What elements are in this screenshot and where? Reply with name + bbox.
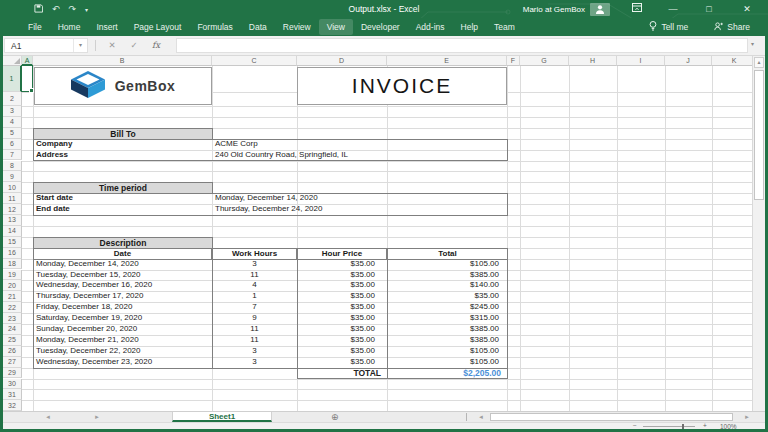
bill-to-label-1[interactable]: Company xyxy=(36,139,209,150)
work-row-date[interactable]: Wednesday, December 23, 2020 xyxy=(36,357,209,368)
hscroll-right-icon[interactable]: ► xyxy=(744,414,750,420)
grand-total-label[interactable]: TOTAL xyxy=(297,368,381,379)
zoom-out-icon[interactable]: − xyxy=(633,422,637,429)
row-header-15[interactable]: 15 xyxy=(3,237,22,248)
time-period-label-2[interactable]: End date xyxy=(36,204,209,215)
ribbon-tab-home[interactable]: Home xyxy=(50,19,89,35)
previous-sheet-icon[interactable]: ◄ xyxy=(45,414,51,420)
bill-to-value-2[interactable]: 240 Old Country Road, Springfield, IL xyxy=(215,150,745,161)
work-row-price[interactable]: $35.00 xyxy=(297,259,375,270)
column-header-i[interactable]: I xyxy=(617,56,665,66)
work-row-hours[interactable]: 4 xyxy=(212,280,297,291)
work-row-hours[interactable]: 3 xyxy=(212,259,297,270)
work-row-hours[interactable]: 3 xyxy=(212,346,297,357)
row-header-1[interactable]: 1 xyxy=(3,66,22,92)
work-row-total[interactable]: $35.00 xyxy=(387,291,499,302)
work-row-total[interactable]: $105.00 xyxy=(387,259,499,270)
work-row-hours[interactable]: 11 xyxy=(212,335,297,346)
row-header-9[interactable]: 9 xyxy=(3,171,22,182)
zoom-in-icon[interactable]: + xyxy=(703,422,707,429)
work-row-price[interactable]: $35.00 xyxy=(297,302,375,313)
work-row-date[interactable]: Wednesday, December 16, 2020 xyxy=(36,280,209,291)
time-period-value-2[interactable]: Thursday, December 24, 2020 xyxy=(215,204,745,215)
ribbon-tab-data[interactable]: Data xyxy=(241,19,275,35)
row-header-18[interactable]: 18 xyxy=(3,259,22,270)
scroll-up-icon[interactable]: ▲ xyxy=(754,57,764,68)
ribbon-tab-help[interactable]: Help xyxy=(453,19,486,35)
enter-formula-icon[interactable]: ✓ xyxy=(126,38,142,53)
insert-function-icon[interactable]: fx xyxy=(148,38,164,53)
ribbon-tab-developer[interactable]: Developer xyxy=(353,19,408,35)
time-period-value-1[interactable]: Monday, December 14, 2020 xyxy=(215,193,745,204)
work-row-price[interactable]: $35.00 xyxy=(297,335,375,346)
work-row-date[interactable]: Friday, December 18, 2020 xyxy=(36,302,209,313)
work-row-hours[interactable]: 11 xyxy=(212,324,297,335)
column-header-b[interactable]: B xyxy=(33,56,212,66)
column-header-d[interactable]: D xyxy=(297,56,387,66)
ribbon-display-options-icon[interactable] xyxy=(624,0,650,18)
work-row-date[interactable]: Tuesday, December 15, 2020 xyxy=(36,270,209,281)
row-header-20[interactable]: 20 xyxy=(3,280,22,291)
work-row-date[interactable]: Sunday, December 20, 2020 xyxy=(36,324,209,335)
fill-handle[interactable] xyxy=(29,88,34,93)
name-box[interactable]: A1 ▾ xyxy=(4,38,88,53)
work-row-hours[interactable]: 7 xyxy=(212,302,297,313)
work-row-total[interactable]: $140.00 xyxy=(387,280,499,291)
ribbon-tab-formulas[interactable]: Formulas xyxy=(189,19,240,35)
invoice-title-cell[interactable]: INVOICE xyxy=(297,67,507,105)
row-header-14[interactable]: 14 xyxy=(3,226,22,237)
work-row-price[interactable]: $35.00 xyxy=(297,346,375,357)
row-header-5[interactable]: 5 xyxy=(3,128,22,139)
row-header-30[interactable]: 30 xyxy=(3,379,22,390)
work-row-total[interactable]: $315.00 xyxy=(387,313,499,324)
row-header-19[interactable]: 19 xyxy=(3,270,22,281)
row-header-29[interactable]: 29 xyxy=(3,368,22,379)
column-header-h[interactable]: H xyxy=(569,56,617,66)
ribbon-tab-page-layout[interactable]: Page Layout xyxy=(126,19,190,35)
time-period-label-1[interactable]: Start date xyxy=(36,193,209,204)
work-row-price[interactable]: $35.00 xyxy=(297,313,375,324)
row-header-11[interactable]: 11 xyxy=(3,193,22,204)
work-row-total[interactable]: $105.00 xyxy=(387,357,499,368)
work-row-date[interactable]: Monday, December 14, 2020 xyxy=(36,259,209,270)
ribbon-tab-view[interactable]: View xyxy=(319,19,353,35)
add-sheet-icon[interactable]: ⊕ xyxy=(331,412,339,422)
column-header-j[interactable]: J xyxy=(665,56,712,66)
column-header-c[interactable]: C xyxy=(212,56,297,66)
row-header-13[interactable]: 13 xyxy=(3,215,22,226)
row-header-12[interactable]: 12 xyxy=(3,204,22,215)
avatar[interactable] xyxy=(590,3,610,16)
work-row-price[interactable]: $35.00 xyxy=(297,270,375,281)
work-row-total[interactable]: $245.00 xyxy=(387,302,499,313)
ribbon-tab-insert[interactable]: Insert xyxy=(88,19,125,35)
formula-bar-expand-icon[interactable]: ▾ xyxy=(751,40,754,47)
work-row-date[interactable]: Saturday, December 19, 2020 xyxy=(36,313,209,324)
ribbon-tab-team[interactable]: Team xyxy=(486,19,523,35)
row-header-22[interactable]: 22 xyxy=(3,302,22,313)
sheet-tab-sheet1[interactable]: Sheet1 xyxy=(172,412,272,422)
grand-total-value[interactable]: $2,205.00 xyxy=(387,368,501,379)
column-header-k[interactable]: K xyxy=(712,56,757,66)
maximize-button[interactable]: □ xyxy=(696,0,722,18)
selected-cell-a1[interactable] xyxy=(21,65,33,92)
horizontal-scrollbar-thumb[interactable] xyxy=(490,413,733,421)
work-row-price[interactable]: $35.00 xyxy=(297,291,375,302)
row-header-31[interactable]: 31 xyxy=(3,389,22,400)
row-header-27[interactable]: 27 xyxy=(3,357,22,368)
row-header-26[interactable]: 26 xyxy=(3,346,22,357)
zoom-slider-track[interactable] xyxy=(643,426,695,427)
work-row-hours[interactable]: 11 xyxy=(212,270,297,281)
work-row-date[interactable]: Thursday, December 17, 2020 xyxy=(36,291,209,302)
work-row-price[interactable]: $35.00 xyxy=(297,324,375,335)
work-row-price[interactable]: $35.00 xyxy=(297,357,375,368)
work-row-total[interactable]: $385.00 xyxy=(387,335,499,346)
tell-me-box[interactable]: Tell me xyxy=(649,21,714,33)
work-row-total[interactable]: $385.00 xyxy=(387,270,499,281)
row-header-4[interactable]: 4 xyxy=(3,117,22,128)
row-header-24[interactable]: 24 xyxy=(3,324,22,335)
row-header-8[interactable]: 8 xyxy=(3,161,22,172)
row-header-25[interactable]: 25 xyxy=(3,335,22,346)
row-header-7[interactable]: 7 xyxy=(3,150,22,161)
work-row-price[interactable]: $35.00 xyxy=(297,280,375,291)
column-header-e[interactable]: E xyxy=(387,56,507,66)
